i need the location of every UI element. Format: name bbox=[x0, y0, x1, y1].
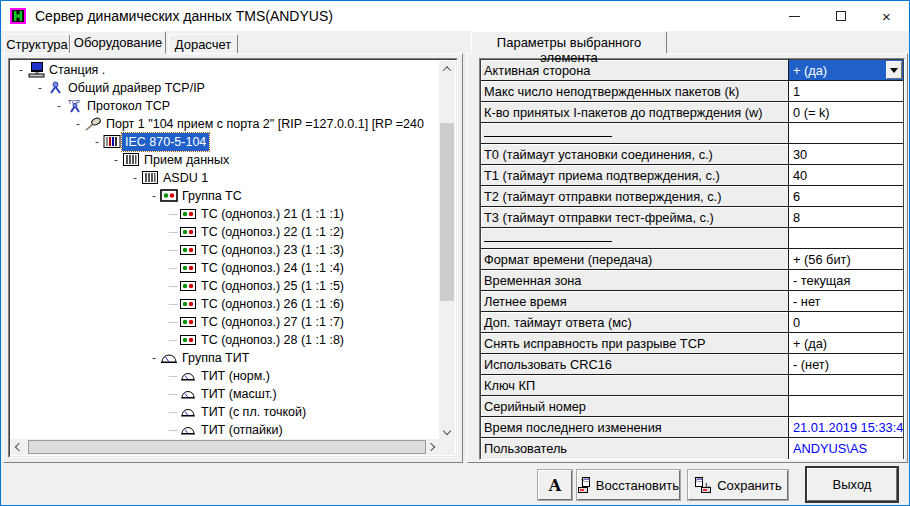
prop-value[interactable]: - нет bbox=[789, 291, 903, 311]
tree-item[interactable]: ─ТС (однопоз.) 28 (1 :1 :8) bbox=[11, 331, 439, 349]
prop-label[interactable]: Доп. таймаут ответа (мс) bbox=[481, 312, 789, 332]
tree-collapse-toggle[interactable]: - bbox=[53, 97, 65, 115]
prop-value[interactable]: 1 bbox=[789, 81, 903, 101]
tree-item-label[interactable]: ТС (однопоз.) 28 (1 :1 :8) bbox=[198, 331, 347, 349]
tree-item[interactable]: ─ТС (однопоз.) 24 (1 :1 :4) bbox=[11, 259, 439, 277]
font-button[interactable]: A bbox=[538, 470, 572, 500]
prop-value[interactable] bbox=[789, 396, 903, 416]
tree-item-label[interactable]: Прием данных bbox=[141, 151, 232, 169]
tree-item[interactable]: ─ТС (однопоз.) 23 (1 :1 :3) bbox=[11, 241, 439, 259]
exit-button[interactable]: Выход bbox=[807, 468, 897, 501]
tree-collapse-toggle[interactable]: - bbox=[72, 115, 84, 133]
tree-item-label[interactable]: ТИТ (отпайки) bbox=[198, 421, 286, 439]
tree-item[interactable]: ─ТС (однопоз.) 21 (1 :1 :1) bbox=[11, 205, 439, 223]
tree-item-label[interactable]: ТС (однопоз.) 27 (1 :1 :7) bbox=[198, 313, 347, 331]
prop-label[interactable]: Макс число неподтвержденных пакетов (k) bbox=[481, 81, 789, 101]
minimize-button[interactable] bbox=[772, 1, 817, 31]
prop-value[interactable]: ANDYUS\AS bbox=[789, 438, 903, 459]
prop-value[interactable]: - (нет) bbox=[789, 354, 903, 374]
horizontal-scrollbar[interactable] bbox=[11, 439, 439, 455]
prop-label[interactable]: Т0 (таймаут установки соединения, с.) bbox=[481, 144, 789, 164]
prop-label[interactable]: Активная сторона bbox=[481, 60, 789, 80]
prop-label[interactable]: Т1 (таймаут приема подтверждения, с.) bbox=[481, 165, 789, 185]
scroll-up-button[interactable] bbox=[439, 61, 455, 77]
prop-label[interactable]: Т3 (таймаут отправки тест-фрейма, с.) bbox=[481, 207, 789, 227]
tree-item[interactable]: -IEC 870-5-104 bbox=[11, 133, 439, 151]
tree-item-label[interactable]: IEC 870-5-104 bbox=[122, 133, 209, 151]
tree-item-label[interactable]: Общий драйвер TCP/IP bbox=[65, 79, 208, 97]
tree-item[interactable]: ─ТС (однопоз.) 22 (1 :1 :2) bbox=[11, 223, 439, 241]
prop-value[interactable]: + (да) bbox=[789, 333, 903, 353]
tree-item[interactable]: -Станция . bbox=[11, 61, 439, 79]
save-button[interactable]: ↳ Сохранить bbox=[688, 470, 788, 500]
tree-item-label[interactable]: ТС (однопоз.) 21 (1 :1 :1) bbox=[198, 205, 347, 223]
tree-item[interactable]: -Порт 1 "104 прием с порта 2" [RIP =127.… bbox=[11, 115, 439, 133]
prop-label[interactable]: Пользователь bbox=[481, 438, 789, 459]
title-bar[interactable]: Сервер динамических данных TMS(ANDYUS) × bbox=[1, 1, 909, 31]
dropdown-button[interactable] bbox=[886, 61, 902, 79]
prop-label[interactable]: Снять исправность при разрыве TCP bbox=[481, 333, 789, 353]
tree-item-label[interactable]: ТИТ (с пл. точкой) bbox=[198, 403, 309, 421]
tree-item-label[interactable]: ТС (однопоз.) 26 (1 :1 :6) bbox=[198, 295, 347, 313]
tree-item[interactable]: ─ТС (однопоз.) 27 (1 :1 :7) bbox=[11, 313, 439, 331]
vertical-scroll-thumb[interactable] bbox=[440, 123, 454, 301]
prop-value[interactable]: 6 bbox=[789, 186, 903, 206]
prop-label[interactable]: Формат времени (передача) bbox=[481, 249, 789, 269]
tree-item-label[interactable]: Группа ТИТ bbox=[179, 349, 252, 367]
tree-collapse-toggle[interactable]: - bbox=[34, 79, 46, 97]
tree-collapse-toggle[interactable]: - bbox=[15, 61, 27, 79]
tree-item-label[interactable]: ТИТ (масшт.) bbox=[198, 385, 280, 403]
tree-item[interactable]: ─ТИТ (норм.) bbox=[11, 367, 439, 385]
scroll-right-button[interactable] bbox=[423, 439, 439, 455]
prop-value[interactable]: 0 bbox=[789, 312, 903, 332]
prop-value[interactable] bbox=[789, 375, 903, 395]
maximize-button[interactable] bbox=[818, 1, 863, 31]
prop-label[interactable]: Использовать CRC16 bbox=[481, 354, 789, 374]
prop-label[interactable]: К-во принятых I-пакетов до подтверждения… bbox=[481, 102, 789, 122]
tree-collapse-toggle[interactable]: - bbox=[110, 151, 122, 169]
tree-item-label[interactable]: Станция . bbox=[46, 61, 108, 79]
prop-label[interactable]: Ключ КП bbox=[481, 375, 789, 395]
prop-value[interactable]: 21.01.2019 15:33:47 bbox=[789, 417, 903, 437]
tab-equipment[interactable]: Оборудование bbox=[70, 31, 166, 54]
tree-item[interactable]: -Общий драйвер TCP/IP bbox=[11, 79, 439, 97]
tree-item-label[interactable]: Протокол TCP bbox=[84, 97, 173, 115]
tree-item-label[interactable]: ASDU 1 bbox=[160, 169, 211, 187]
tree-collapse-toggle[interactable]: - bbox=[148, 187, 160, 205]
tree-collapse-toggle[interactable]: - bbox=[148, 349, 160, 367]
tree-item-label[interactable]: ТС (однопоз.) 24 (1 :1 :4) bbox=[198, 259, 347, 277]
tree-item-label[interactable]: ТС (однопоз.) 22 (1 :1 :2) bbox=[198, 223, 347, 241]
prop-value[interactable] bbox=[789, 228, 903, 248]
tree-item[interactable]: ─ТС (однопоз.) 25 (1 :1 :5) bbox=[11, 277, 439, 295]
scroll-left-button[interactable] bbox=[11, 439, 27, 455]
prop-value[interactable]: + (56 бит) bbox=[789, 249, 903, 269]
scroll-down-button[interactable] bbox=[439, 423, 455, 439]
prop-label[interactable] bbox=[481, 228, 789, 248]
tree-item-label[interactable]: ТС (однопоз.) 23 (1 :1 :3) bbox=[198, 241, 347, 259]
tree-item-label[interactable]: ТС (однопоз.) 25 (1 :1 :5) bbox=[198, 277, 347, 295]
prop-value-dropdown[interactable]: + (да) bbox=[789, 60, 903, 80]
tab-recalc[interactable]: Дорасчет bbox=[168, 34, 238, 54]
prop-value[interactable]: - текущая bbox=[789, 270, 903, 290]
tree-item[interactable]: -TCPПротокол TCP bbox=[11, 97, 439, 115]
prop-value[interactable]: 0 (= k) bbox=[789, 102, 903, 122]
tree-item[interactable]: -Группа ТС bbox=[11, 187, 439, 205]
close-button[interactable]: × bbox=[864, 1, 909, 31]
prop-label[interactable]: Серийный номер bbox=[481, 396, 789, 416]
prop-value[interactable] bbox=[789, 123, 903, 143]
restore-button[interactable]: ↰ Восстановить bbox=[577, 470, 680, 500]
tree-item-label[interactable]: ТИТ (норм.) bbox=[198, 367, 273, 385]
tree-item-label[interactable]: Порт 1 "104 прием с порта 2" [RIP =127.0… bbox=[103, 115, 427, 133]
tree-item[interactable]: ─ТС (однопоз.) 26 (1 :1 :6) bbox=[11, 295, 439, 313]
prop-label[interactable]: Время последнего изменения bbox=[481, 417, 789, 437]
tree-item[interactable]: -Группа ТИТ bbox=[11, 349, 439, 367]
tree-collapse-toggle[interactable]: - bbox=[129, 169, 141, 187]
horizontal-scroll-thumb[interactable] bbox=[28, 440, 426, 454]
vertical-scrollbar[interactable] bbox=[439, 61, 455, 439]
tree-item[interactable]: -ASDU 1 bbox=[11, 169, 439, 187]
prop-label[interactable]: Т2 (таймаут отправки потверждения, с.) bbox=[481, 186, 789, 206]
tab-structure[interactable]: Структура bbox=[4, 34, 70, 54]
prop-value[interactable]: 40 bbox=[789, 165, 903, 185]
prop-label[interactable]: Временная зона bbox=[481, 270, 789, 290]
prop-value[interactable]: 30 bbox=[789, 144, 903, 164]
